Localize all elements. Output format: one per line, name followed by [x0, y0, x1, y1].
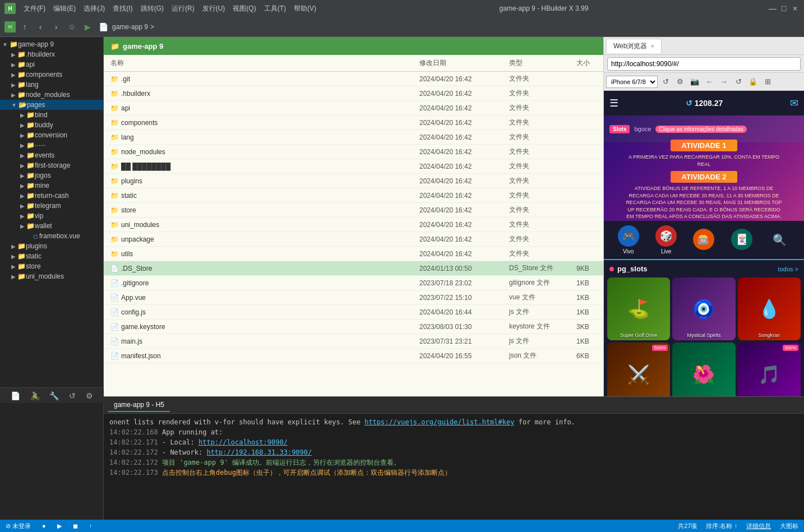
table-row[interactable]: 📁unpackage 2024/04/20 16:42 文件夹	[104, 232, 603, 247]
tree-bottom-icon4[interactable]: ↺	[69, 391, 76, 400]
menu-help[interactable]: 帮助(V)	[290, 3, 320, 15]
tree-bottom-icon5[interactable]: ⚙	[86, 391, 93, 400]
status-grid[interactable]: 大图标	[780, 522, 798, 530]
table-row[interactable]: 📄.gitignore 2023/07/18 23:02 gitignore 文…	[104, 276, 603, 290]
menu-file[interactable]: 文件(F)	[20, 3, 49, 15]
table-row[interactable]: 📁store 2024/04/20 16:42 文件夹	[104, 203, 603, 218]
tree-node-modules[interactable]: ▶ 📁 node_modules	[0, 90, 103, 100]
table-row[interactable]: 📁██ ████████ 2024/04/20 16:42 文件夹	[104, 159, 603, 174]
game-icon-live[interactable]: 🎲 Live	[655, 225, 677, 255]
tree-return-cash[interactable]: ▶ 📁 return-cash	[0, 191, 103, 201]
promo-banner[interactable]: ATIVIDADE 1 A PRIMEIRA VEZ PARA RECARREG…	[604, 142, 804, 221]
tree-plugins[interactable]: ▶ 📁 plugins	[0, 241, 103, 251]
menu-edit[interactable]: 编辑(E)	[50, 3, 79, 15]
screenshot-button[interactable]: 📷	[688, 75, 701, 89]
tree-framebox[interactable]: ▶ ◻ framebox.vue	[0, 231, 103, 241]
browser-lock[interactable]: 🔒	[746, 75, 760, 89]
window-controls[interactable]: — □ ×	[768, 4, 800, 13]
game-card-ankery[interactable]: ⚔️ 500% Ankery	[607, 343, 670, 396]
tree-bottom-icon3[interactable]: 🔧	[49, 391, 59, 400]
table-row[interactable]: 📁.hbuilderx 2024/04/20 16:42 文件夹	[104, 86, 603, 101]
game-card-mystical[interactable]: 🧿 Mystical Spirits	[672, 277, 735, 340]
settings-button[interactable]: ⚙	[673, 75, 687, 89]
browser-tab-close[interactable]: ×	[650, 43, 654, 49]
tree-root[interactable]: ▼ 📁 game-app 9	[0, 39, 103, 49]
rotate-button[interactable]: ↺	[659, 75, 672, 89]
network-link[interactable]: http://192.168.31.33:9090/	[206, 448, 312, 456]
menu-publish[interactable]: 发行(U)	[199, 3, 229, 15]
maximize-button[interactable]: □	[779, 4, 788, 13]
bookmark-button[interactable]: ☆	[65, 20, 78, 34]
game-icon-cards[interactable]: 🃏	[731, 229, 752, 252]
tree-first-storage[interactable]: ▶ 📁 first-storage	[0, 160, 103, 170]
game-icon-slots[interactable]: 🎰	[693, 229, 714, 252]
table-row[interactable]: 📄App.vue 2023/07/22 15:10 vue 文件 1KB	[104, 290, 603, 305]
table-row[interactable]: 📁lang 2024/04/20 16:42 文件夹	[104, 130, 603, 145]
tree-bind[interactable]: ▶ 📁 bind	[0, 110, 103, 120]
table-row[interactable]: 📁utils 2024/04/20 16:42 文件夹	[104, 247, 603, 261]
tree-static[interactable]: ▶ 📁 static	[0, 251, 103, 261]
browser-tab[interactable]: Web浏览器 ×	[606, 39, 662, 53]
tree-conversion[interactable]: ▶ 📁 conversion	[0, 130, 103, 140]
game-card-golf[interactable]: ⛳ Super Golf Drive	[607, 277, 670, 340]
table-row[interactable]: 📁node_modules 2024/04/20 16:42 文件夹	[104, 145, 603, 159]
tree-bottom-icon2[interactable]: 🚴	[30, 391, 40, 400]
tree-vip[interactable]: ▶ 📁 vip	[0, 211, 103, 221]
tree-api[interactable]: ▶ 📁 api	[0, 59, 103, 70]
banner-tag[interactable]: Clique as informações detalhadas	[655, 126, 747, 133]
refresh-balance-icon[interactable]: ↺	[686, 99, 692, 108]
status-detail[interactable]: 详细信息	[746, 522, 771, 530]
run-button[interactable]: ▶	[81, 20, 94, 34]
menu-find[interactable]: 查找(I)	[109, 3, 136, 15]
tree-uni-modules[interactable]: ▶ 📁 uni_modules	[0, 271, 103, 281]
tree-masked[interactable]: ▶ 📁 ······	[0, 140, 103, 150]
menu-view[interactable]: 视图(Q)	[229, 3, 259, 15]
tree-telegram[interactable]: ▶ 📁 telegram	[0, 201, 103, 211]
tree-lang[interactable]: ▶ 📁 lang	[0, 80, 103, 90]
menu-select[interactable]: 选择(J)	[80, 3, 108, 15]
tree-pages[interactable]: ▼ 📂 pages	[0, 100, 103, 110]
table-row[interactable]: 📄config.js 2024/04/20 16:44 js 文件 1KB	[104, 305, 603, 320]
nav-forward[interactable]: ›	[49, 20, 63, 34]
table-row[interactable]: 📄game.keystore 2023/08/03 01:30 keystore…	[104, 320, 603, 334]
tree-components[interactable]: ▶ 📁 components	[0, 70, 103, 80]
browser-grid[interactable]: ⊞	[761, 75, 774, 89]
tree-store[interactable]: ▶ 📁 store	[0, 261, 103, 271]
vuejs-link[interactable]: https://vuejs.org/guide/list.html#key	[364, 418, 514, 426]
menu-goto[interactable]: 跳转(G)	[137, 3, 167, 15]
hamburger-icon[interactable]: ☰	[609, 97, 618, 109]
search-icon[interactable]: 🔍	[769, 229, 790, 251]
tree-hbuilderx[interactable]: ▶ 📁 .hbuilderx	[0, 49, 103, 59]
browser-url-input[interactable]	[607, 57, 801, 71]
table-row[interactable]: 📁api 2024/04/20 16:42 文件夹	[104, 101, 603, 115]
minimize-button[interactable]: —	[768, 4, 777, 13]
table-row[interactable]: 📄main.js 2023/07/31 23:21 js 文件 1KB	[104, 334, 603, 349]
local-link[interactable]: http://localhost:9090/	[198, 438, 288, 446]
table-row[interactable]: 📁components 2024/04/20 16:42 文件夹	[104, 115, 603, 130]
game-card-hawaiian[interactable]: 🌺 Hawaiian	[672, 343, 735, 396]
table-row[interactable]: 📁uni_modules 2024/04/20 16:42 文件夹	[104, 218, 603, 232]
menu-run[interactable]: 运行(R)	[168, 3, 198, 15]
nav-back[interactable]: ‹	[34, 20, 47, 34]
game-card-rave[interactable]: 🎵 500% RAVE	[738, 343, 801, 396]
back-button[interactable]: ↑	[18, 20, 31, 34]
browser-forward[interactable]: →	[717, 75, 731, 89]
browser-back[interactable]: ←	[703, 75, 716, 89]
file-button[interactable]: 📄	[96, 20, 110, 34]
table-row[interactable]: 📄manifest.json 2024/04/20 16:55 json 文件 …	[104, 349, 603, 363]
menu-tools[interactable]: 工具(T)	[261, 3, 289, 15]
tree-events[interactable]: ▶ 📁 events	[0, 150, 103, 160]
table-row[interactable]: 📄.DS_Store 2024/01/13 00:50 DS_Store 文件 …	[104, 261, 603, 276]
table-row[interactable]: 📁.git 2024/04/20 16:42 文件夹	[104, 72, 603, 86]
tree-mine[interactable]: ▶ 📁 mine	[0, 181, 103, 191]
game-card-songkran[interactable]: 💧 Songkran	[738, 277, 801, 340]
close-button[interactable]: ×	[791, 4, 800, 13]
game-icon-vivo[interactable]: 🎮 Vivo	[618, 225, 639, 255]
browser-refresh[interactable]: ↺	[732, 75, 745, 89]
tree-buddy[interactable]: ▶ 📁 buddy	[0, 120, 103, 130]
section-all-link[interactable]: todos >	[778, 266, 798, 272]
tree-wallet[interactable]: ▶ 📁 wallet	[0, 221, 103, 231]
bottom-tab-h5[interactable]: game-app 9 - H5	[108, 399, 170, 412]
table-row[interactable]: 📁static 2024/04/20 16:42 文件夹	[104, 188, 603, 203]
device-selector[interactable]: iPhone 6/7/8	[606, 76, 658, 88]
